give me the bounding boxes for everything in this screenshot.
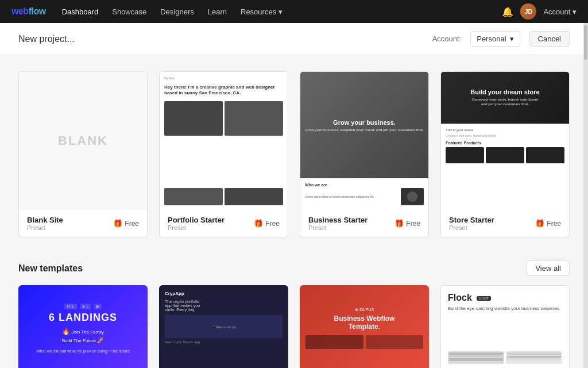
templates-section-header: New templates View all (18, 260, 570, 276)
presets-grid: BLANK Blank Site Preset 🎁 Free Portfolio… (18, 71, 570, 237)
template-landings-subtitle: 🔥 Join The FamilyBuild The Future 🚀 (62, 329, 104, 343)
nav-resources[interactable]: Resources ▾ (241, 7, 283, 16)
template-cryptoapp[interactable]: CrypApp The crypto portfolioapp that mak… (159, 285, 288, 368)
main-content: BLANK Blank Site Preset 🎁 Free Portfolio… (0, 55, 588, 368)
template-zaipus[interactable]: ⊕ ZAIPUS Business WebflowTemplate. (300, 285, 429, 368)
account-dropdown[interactable]: Personal ▾ (470, 31, 520, 47)
account-menu[interactable]: Account ▾ (543, 7, 577, 16)
preset-store-thumb: Build your dream store Construct your st… (441, 72, 569, 210)
template-6-landings[interactable]: RTL ● 1 ▶ 6 LANDINGS 🔥 Join The FamilyBu… (18, 285, 148, 368)
cancel-button[interactable]: Cancel (529, 31, 570, 47)
preset-portfolio-thumb: Portfolio Hey there! I'm a creative grap… (160, 72, 288, 210)
scrollbar-thumb[interactable] (584, 25, 587, 60)
template-landings-title: 6 LANDINGS (49, 312, 117, 324)
template-zaipus-title: Business WebflowTemplate. (334, 315, 395, 331)
preset-blank-site[interactable]: BLANK Blank Site Preset 🎁 Free (18, 71, 148, 237)
template-zaipus-logo: ⊕ ZAIPUS (355, 308, 374, 312)
gift-icon: 🎁 (254, 219, 263, 228)
scrollbar-track[interactable] (583, 23, 588, 368)
nav-designers[interactable]: Designers (160, 7, 194, 16)
templates-grid: RTL ● 1 ▶ 6 LANDINGS 🔥 Join The FamilyBu… (18, 285, 570, 368)
preset-store-starter[interactable]: Build your dream store Construct your st… (440, 71, 570, 237)
chevron-down-icon: ▾ (510, 34, 514, 43)
notification-bell-icon[interactable]: 🔔 (502, 6, 513, 17)
template-flock-subtitle: Build the eye-catching website your busi… (448, 305, 562, 347)
nav-showcase[interactable]: Showcase (112, 7, 146, 16)
preset-portfolio-starter[interactable]: Portfolio Hey there! I'm a creative grap… (159, 71, 288, 237)
gift-icon: 🎁 (394, 219, 404, 228)
site-logo[interactable]: webflow (11, 6, 46, 17)
nav-dashboard[interactable]: Dashboard (62, 7, 99, 16)
header-bar: New project... Account: Personal ▾ Cance… (0, 23, 588, 55)
page-title: New project... (18, 34, 423, 44)
template-flock[interactable]: Flock UI KIT Build the eye-catching webs… (440, 285, 570, 368)
nav-learn[interactable]: Learn (208, 7, 227, 16)
template-landings-bottom: What we did and what we plan on doing in… (36, 349, 130, 353)
nav-right: 🔔 JD Account ▾ (502, 3, 577, 20)
preset-business-starter[interactable]: Grow your business. Grow your business, … (300, 71, 429, 237)
preset-business-thumb: Grow your business. Grow your business, … (300, 72, 428, 210)
navbar: webflow Dashboard Showcase Designers Lea… (0, 0, 588, 23)
template-flock-badge: UI KIT (477, 296, 491, 301)
preset-blank-thumb: BLANK (19, 72, 147, 210)
gift-icon: 🎁 (535, 219, 544, 228)
view-all-button[interactable]: View all (527, 260, 570, 276)
avatar[interactable]: JD (520, 3, 536, 20)
gift-icon: 🎁 (113, 219, 122, 228)
template-crypto-title: CrypApp (165, 291, 283, 296)
template-flock-title: Flock (448, 293, 472, 302)
account-label: Account: (432, 34, 462, 43)
templates-section-title: New templates (18, 263, 83, 274)
